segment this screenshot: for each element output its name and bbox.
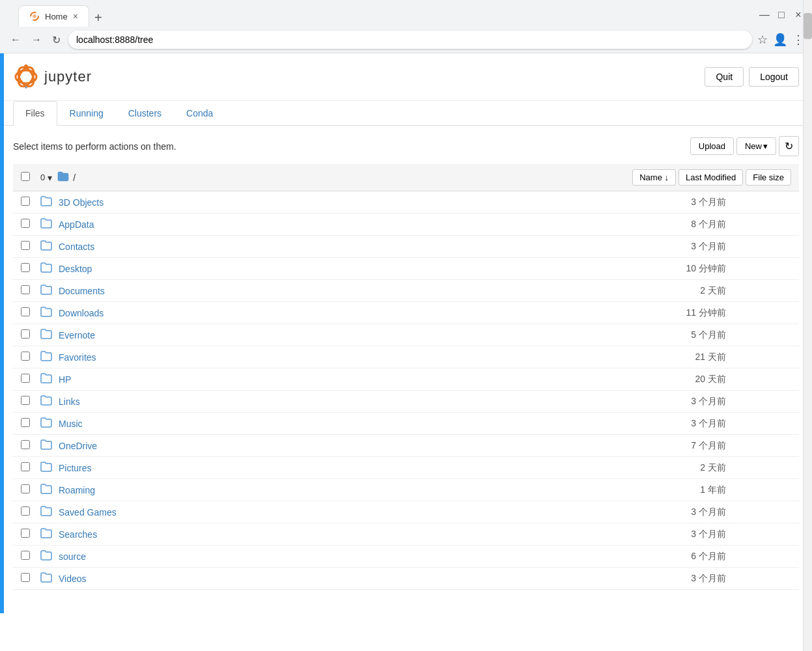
table-row: Searches 3 个月前 [13,523,799,546]
row-checkbox-col [21,506,40,518]
refresh-button[interactable]: ↻ [779,136,799,156]
reload-button[interactable]: ↻ [49,31,63,49]
row-checkbox-col [21,374,40,385]
row-checkbox[interactable] [21,551,30,560]
profile-icon[interactable]: 👤 [773,33,787,47]
file-name[interactable]: 3D Objects [59,197,596,208]
row-checkbox[interactable] [21,197,30,206]
file-actions: Select items to perform actions on them.… [13,136,799,156]
minimize-button[interactable]: — [759,9,770,21]
new-button[interactable]: New ▾ [736,137,776,155]
row-checkbox[interactable] [21,462,30,471]
maximize-button[interactable]: □ [776,9,787,21]
file-name[interactable]: Contacts [59,242,596,252]
quit-button[interactable]: Quit [705,67,744,87]
scrollbar-thumb[interactable] [804,13,812,39]
row-checkbox[interactable] [21,573,30,582]
folder-icon [40,550,56,562]
file-name[interactable]: Videos [59,574,596,584]
file-name[interactable]: Favorites [59,352,596,363]
row-checkbox[interactable] [21,241,30,250]
jupyter-header: jupyter Quit Logout [0,53,812,101]
file-size-sort-button[interactable]: File size [746,169,791,186]
file-name[interactable]: Downloads [59,308,596,318]
name-sort-button[interactable]: Name ↓ [632,169,676,186]
row-checkbox[interactable] [21,374,30,383]
file-name[interactable]: AppData [59,219,596,230]
upload-button[interactable]: Upload [690,137,734,155]
row-checkbox-col [21,396,40,407]
file-name[interactable]: Pictures [59,463,596,473]
row-checkbox[interactable] [21,440,30,449]
file-actions-right: Upload New ▾ ↻ [690,136,799,156]
address-input[interactable] [68,31,752,49]
row-checkbox[interactable] [21,329,30,339]
logout-button[interactable]: Logout [749,67,799,87]
row-checkbox[interactable] [21,307,30,316]
browser-tab-home[interactable]: Home × [18,5,89,27]
row-checkbox[interactable] [21,529,30,538]
table-row: Contacts 3 个月前 [13,236,799,258]
file-browser: Select items to perform actions on them.… [0,126,812,600]
folder-icon [40,240,56,253]
folder-icon [40,462,56,474]
folder-icon [40,572,56,585]
back-button[interactable]: ← [8,31,23,48]
folder-icon [40,196,56,208]
file-name[interactable]: Documents [59,286,596,296]
folder-icon [40,395,56,408]
file-modified: 20 天前 [596,374,726,385]
tab-clusters[interactable]: Clusters [116,101,174,126]
file-modified: 3 个月前 [596,506,726,518]
folder-header-icon [57,171,69,184]
file-name[interactable]: Searches [59,529,596,540]
tab-files[interactable]: Files [13,101,57,126]
file-modified: 8 个月前 [596,219,726,230]
folder-icon [40,417,56,430]
header-checkbox-col [21,172,40,183]
file-name[interactable]: Links [59,396,596,407]
row-checkbox[interactable] [21,219,30,228]
left-accent-bar [0,53,4,613]
sort-buttons: Name ↓ Last Modified File size [632,169,791,186]
row-checkbox[interactable] [21,418,30,427]
table-row: Links 3 个月前 [13,391,799,413]
row-checkbox[interactable] [21,352,30,361]
file-modified: 10 分钟前 [596,263,726,275]
tab-close-button[interactable]: × [73,11,78,21]
row-checkbox-col [21,484,40,495]
tab-running[interactable]: Running [57,101,116,126]
svg-point-6 [25,86,27,89]
header-dropdown-icon[interactable]: ▾ [48,173,52,183]
file-list: 3D Objects 3 个月前 AppData 8 个月前 Contacts … [13,191,799,590]
select-all-checkbox[interactable] [21,172,30,181]
forward-button[interactable]: → [29,31,44,48]
file-name[interactable]: Music [59,419,596,429]
folder-icon [40,506,56,518]
row-checkbox[interactable] [21,285,30,294]
last-modified-sort-button[interactable]: Last Modified [679,169,743,186]
file-name[interactable]: Desktop [59,264,596,274]
file-modified: 2 天前 [596,285,726,297]
tab-conda[interactable]: Conda [174,101,225,126]
new-tab-button[interactable]: + [89,8,107,27]
file-name[interactable]: Evernote [59,330,596,340]
jupyter-logo: jupyter [13,64,92,90]
tab-bar: Home × + [18,5,107,27]
folder-icon [40,439,56,452]
file-name[interactable]: HP [59,374,596,385]
row-checkbox[interactable] [21,263,30,272]
address-bar: ← → ↻ ☆ 👤 ⋮ [0,27,812,53]
file-name[interactable]: OneDrive [59,441,596,451]
row-checkbox[interactable] [21,396,30,405]
file-name[interactable]: Saved Games [59,507,596,518]
row-checkbox[interactable] [21,484,30,493]
file-name[interactable]: Roaming [59,485,596,495]
file-name[interactable]: source [59,551,596,562]
bookmark-icon[interactable]: ☆ [757,33,768,47]
folder-icon [40,307,56,319]
row-checkbox[interactable] [21,506,30,516]
folder-icon [40,329,56,341]
select-label: Select items to perform actions on them. [13,141,176,152]
scrollbar[interactable] [803,0,812,613]
